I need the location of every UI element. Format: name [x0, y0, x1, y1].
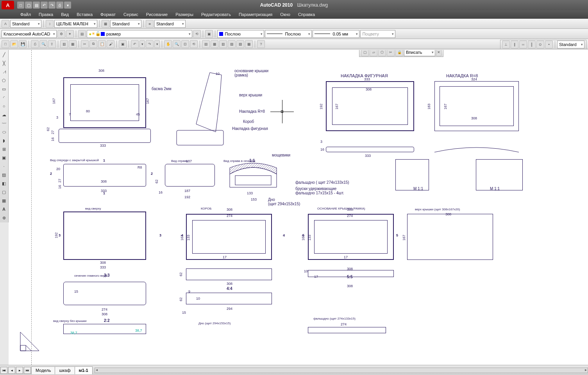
- linetype-combo[interactable]: Послою: [265, 30, 312, 38]
- text-style-icon[interactable]: A: [2, 20, 9, 28]
- text-style-combo[interactable]: Standard: [10, 20, 41, 28]
- paste-icon[interactable]: 📋: [98, 40, 106, 48]
- qat-new-icon[interactable]: □: [17, 2, 24, 9]
- sheet-set-mgr-icon[interactable]: ▧: [228, 40, 236, 48]
- block-editor-icon[interactable]: ▣: [119, 40, 127, 48]
- layer-prev-icon[interactable]: ⟲: [193, 30, 201, 38]
- cut-icon[interactable]: ✂: [81, 40, 89, 48]
- constraint-coincident-icon[interactable]: •: [545, 41, 553, 48]
- point-icon[interactable]: ·: [0, 162, 8, 170]
- workspace-combo[interactable]: Классический AutoCAD: [2, 30, 57, 38]
- region-icon[interactable]: ▢: [0, 188, 8, 196]
- sheet-set-icon[interactable]: ▥: [60, 40, 68, 48]
- qat-print-icon[interactable]: ⎙: [56, 2, 63, 9]
- menu-edit[interactable]: Правка: [35, 12, 57, 17]
- table-style-combo[interactable]: Standard: [110, 20, 141, 28]
- tab-nav-first-icon[interactable]: ⏮: [0, 367, 7, 374]
- polygon-icon[interactable]: ⬠: [0, 76, 8, 84]
- menu-tools[interactable]: Сервис: [120, 12, 142, 17]
- layer-manager-icon[interactable]: ▤: [78, 30, 86, 38]
- circle-icon[interactable]: ○: [0, 102, 8, 110]
- menu-draw[interactable]: Рисование: [142, 12, 172, 17]
- match-prop-icon[interactable]: 🖌: [107, 40, 114, 48]
- line-icon[interactable]: ╱: [0, 51, 8, 59]
- dim-style-combo[interactable]: ЦЕЛЫЕ МАЛЕН: [54, 20, 97, 28]
- arc-icon[interactable]: ◜: [0, 94, 8, 101]
- layer-state-icon[interactable]: ▣: [205, 30, 213, 38]
- dim-style-icon[interactable]: ⟊: [46, 20, 54, 28]
- qat-dropdown-icon[interactable]: ▾: [64, 2, 71, 9]
- spline-icon[interactable]: 〰: [0, 119, 8, 127]
- menu-view[interactable]: Вид: [57, 12, 73, 17]
- menu-modify[interactable]: Редактировать: [197, 12, 235, 17]
- menu-file[interactable]: Файл: [16, 12, 35, 17]
- layer-combo[interactable]: ● ☀ 🔓 размер: [87, 30, 192, 38]
- plot-icon[interactable]: ⎙: [31, 40, 39, 48]
- gradient-icon[interactable]: ◧: [0, 180, 8, 187]
- zoom-window-icon[interactable]: ⊡: [181, 40, 189, 48]
- save-icon[interactable]: 💾: [19, 40, 27, 48]
- workspace-gear-icon[interactable]: ✦: [66, 30, 74, 38]
- app-logo[interactable]: A: [2, 1, 14, 9]
- tab-nav-last-icon[interactable]: ⏭: [24, 367, 31, 374]
- menu-window[interactable]: Окно: [276, 12, 294, 17]
- constraint-parallel-icon[interactable]: ∥: [511, 41, 518, 48]
- mleader-style-combo[interactable]: Standard: [154, 20, 186, 28]
- table-style-icon[interactable]: ▦: [102, 20, 109, 28]
- addselect-icon[interactable]: ⊕: [0, 214, 8, 222]
- undo-dropdown-icon[interactable]: ▾: [139, 40, 145, 48]
- help-icon[interactable]: ?: [257, 40, 265, 48]
- properties-icon[interactable]: ▤: [202, 40, 210, 48]
- constraint-tangent-icon[interactable]: ⊙: [536, 41, 544, 48]
- plotstyle-combo[interactable]: Поцвету: [360, 30, 395, 38]
- tab-m1-1[interactable]: м1-1: [75, 366, 93, 374]
- drawing-area[interactable]: ▢ ▱ ⬠ ✂ 🔒 Вписать ✕ НАКЛАДКА ФИГУРНАЯ НА…: [9, 50, 588, 365]
- mleader-style-icon[interactable]: ᚑ: [146, 20, 154, 28]
- tool-palettes-icon[interactable]: ▥: [219, 40, 227, 48]
- menu-help[interactable]: Справка: [294, 12, 319, 17]
- rectangle-icon[interactable]: ▭: [0, 85, 8, 93]
- menu-parametric[interactable]: Параметризация: [235, 12, 276, 17]
- xline-icon[interactable]: ╳: [0, 59, 8, 67]
- menu-format[interactable]: Формат: [97, 12, 120, 17]
- pan-icon[interactable]: ✋: [164, 40, 172, 48]
- constraint-horiz-icon[interactable]: ═: [519, 41, 527, 48]
- ellipse-arc-icon[interactable]: ◗: [0, 137, 8, 144]
- lineweight-combo[interactable]: 0.05 мм: [313, 30, 359, 38]
- qat-save-icon[interactable]: ▤: [33, 2, 40, 9]
- open-icon[interactable]: 📂: [10, 40, 18, 48]
- qat-redo-icon[interactable]: ↷: [48, 2, 55, 9]
- new-icon[interactable]: □: [2, 40, 9, 48]
- tab-nav-prev-icon[interactable]: ◂: [8, 367, 15, 374]
- insert-block-icon[interactable]: ⊞: [0, 145, 8, 153]
- menu-insert[interactable]: Вставка: [73, 12, 97, 17]
- hatch-icon[interactable]: ▨: [0, 171, 8, 179]
- zoom-realtime-icon[interactable]: 🔍: [173, 40, 181, 48]
- qat-open-icon[interactable]: ▢: [25, 2, 32, 9]
- publish-icon[interactable]: ⇪: [48, 40, 56, 48]
- batch-icon[interactable]: ▦: [69, 40, 77, 48]
- tab-nav-next-icon[interactable]: ▸: [16, 367, 23, 374]
- quickcalc-icon[interactable]: ▩: [245, 40, 253, 48]
- color-combo[interactable]: Послою: [217, 30, 264, 38]
- qat-undo-icon[interactable]: ↶: [41, 2, 48, 9]
- constraint-vert-icon[interactable]: ║: [528, 41, 536, 48]
- zoom-previous-icon[interactable]: ⟲: [190, 40, 198, 48]
- design-center-icon[interactable]: ▦: [211, 40, 218, 48]
- revcloud-icon[interactable]: ☁: [0, 111, 8, 119]
- tab-shkaf[interactable]: шкаф: [55, 366, 75, 374]
- horizontal-scrollbar[interactable]: [95, 368, 588, 373]
- redo-icon[interactable]: ↷: [146, 40, 154, 48]
- workspace-settings-icon[interactable]: ⚙: [57, 30, 65, 38]
- constraint-std-combo[interactable]: Standard: [557, 41, 584, 48]
- copy-icon[interactable]: ⧉: [89, 40, 97, 48]
- table-icon[interactable]: ▦: [0, 197, 8, 204]
- make-block-icon[interactable]: ▣: [0, 154, 8, 162]
- mtext-icon[interactable]: A: [0, 205, 8, 213]
- redo-dropdown-icon[interactable]: ▾: [154, 40, 160, 48]
- plot-preview-icon[interactable]: 🔍: [39, 40, 47, 48]
- constraint-perp-icon[interactable]: ⊥: [502, 41, 510, 48]
- menu-dimension[interactable]: Размеры: [172, 12, 197, 17]
- polyline-icon[interactable]: ⩘: [0, 68, 8, 76]
- undo-icon[interactable]: ↶: [131, 40, 139, 48]
